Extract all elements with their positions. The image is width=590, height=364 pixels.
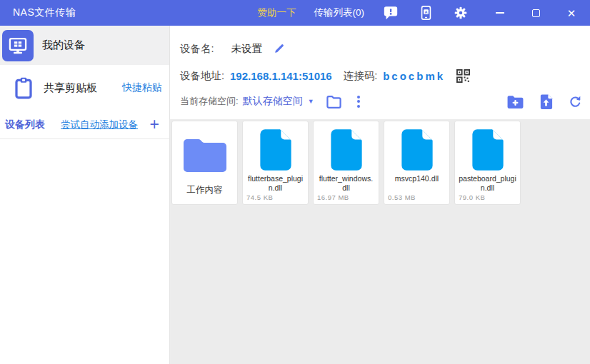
app-title: NAS文件传输 [13, 6, 76, 19]
app-window: NAS文件传输 赞助一下 传输列表(0) A [0, 0, 590, 364]
quick-paste-link[interactable]: 快捷粘贴 [122, 81, 162, 94]
titlebar: NAS文件传输 赞助一下 传输列表(0) A [0, 0, 590, 26]
device-name-label: 设备名: [180, 42, 214, 56]
device-name-value: 未设置 [231, 42, 263, 56]
upload-file-button[interactable] [539, 93, 554, 110]
sidebar: 我的设备 共享剪贴板 快捷粘贴 设备列表 尝试自动添加设备 + [0, 26, 170, 364]
file-icon [329, 126, 364, 174]
minimize-icon [496, 12, 504, 14]
chevron-down-icon: ▼ [308, 98, 314, 105]
file-card[interactable]: flutter_windows.dll16.97 MB [313, 121, 379, 205]
close-icon: ✕ [567, 8, 576, 19]
clipboard-icon [13, 74, 34, 101]
conn-code-label: 连接码: [344, 69, 378, 83]
folder-icon [181, 128, 229, 180]
transfer-list-button[interactable]: 传输列表(0) [314, 6, 365, 19]
clipboard-label: 共享剪贴板 [44, 81, 97, 95]
mobile-app-icon[interactable]: A [417, 4, 434, 21]
file-icon [399, 126, 435, 174]
storage-select[interactable]: 默认存储空间 ▼ [243, 95, 314, 108]
computer-monitor-icon [2, 30, 34, 61]
item-size: 16.97 MB [317, 193, 375, 201]
add-device-button[interactable]: + [150, 116, 159, 133]
more-options-kebab-icon[interactable] [355, 93, 362, 110]
storage-row: 当前存储空间: 默认存储空间 ▼ [180, 89, 584, 113]
folder-card[interactable]: 工作内容 [171, 121, 238, 205]
device-address-label: 设备地址: [180, 69, 224, 83]
file-grid: 工作内容flutterbase_plugin.dll74.5 KBflutter… [170, 119, 590, 364]
item-size: 74.5 KB [246, 193, 304, 201]
file-card[interactable]: msvcp140.dll0.53 MB [384, 121, 450, 205]
open-folder-button[interactable] [326, 94, 342, 109]
minimize-button[interactable] [491, 4, 509, 21]
refresh-icon[interactable] [568, 94, 583, 109]
storage-label: 当前存储空间: [180, 95, 239, 108]
device-name-row: 设备名: 未设置 [180, 35, 584, 62]
item-name: flutter_windows.dll [317, 174, 375, 193]
my-device-label: 我的设备 [42, 39, 85, 52]
settings-gear-icon[interactable] [452, 4, 469, 21]
qr-code-icon[interactable] [456, 69, 470, 83]
file-card[interactable]: pasteboard_plugin.dll79.0 KB [454, 121, 521, 205]
sidebar-item-my-device[interactable]: 我的设备 [0, 26, 169, 65]
device-address-value: 192.168.1.141:51016 [230, 70, 332, 82]
item-name: 工作内容 [176, 184, 234, 196]
item-name: msvcp140.dll [388, 174, 446, 184]
file-icon [470, 126, 506, 174]
sponsor-link[interactable]: 赞助一下 [258, 6, 296, 19]
device-address-row: 设备地址: 192.168.1.141:51016 连接码: bcocbmk [180, 62, 584, 89]
main-panel: 设备名: 未设置 设备地址: 192.168.1.141:51016 连接码: … [170, 26, 590, 364]
edit-pencil-icon[interactable] [274, 43, 285, 54]
maximize-icon [532, 9, 540, 17]
maximize-button[interactable] [527, 4, 544, 21]
storage-value: 默认存储空间 [243, 95, 303, 108]
close-button[interactable]: ✕ [563, 4, 580, 21]
item-size: 79.0 KB [459, 193, 516, 201]
file-card[interactable]: flutterbase_plugin.dll74.5 KB [242, 121, 309, 205]
item-size: 0.53 MB [388, 193, 446, 201]
device-list-bar: 设备列表 尝试自动添加设备 + [0, 111, 169, 139]
conn-code-value: bcocbmk [383, 70, 445, 82]
auto-add-device-link[interactable]: 尝试自动添加设备 [61, 118, 138, 131]
svg-text:A: A [424, 10, 427, 14]
device-info-area: 设备名: 未设置 设备地址: 192.168.1.141:51016 连接码: … [170, 26, 590, 119]
device-list-label: 设备列表 [5, 118, 45, 131]
new-folder-button[interactable] [506, 93, 524, 110]
sidebar-item-clipboard[interactable]: 共享剪贴板 快捷粘贴 [0, 65, 169, 111]
feedback-chat-icon[interactable] [382, 4, 399, 21]
item-name: pasteboard_plugin.dll [459, 174, 516, 193]
item-name: flutterbase_plugin.dll [246, 174, 304, 193]
file-icon [258, 126, 294, 174]
